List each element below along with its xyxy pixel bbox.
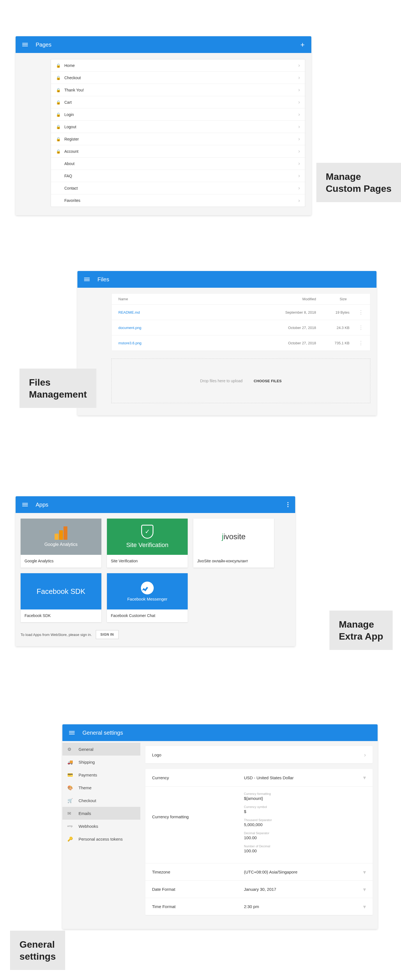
menu-icon[interactable] — [69, 731, 74, 734]
file-modified: October 27, 2018 — [252, 341, 316, 345]
field-hint: Thousand Separator — [244, 818, 366, 822]
app-card-site-verification[interactable]: Site Verification Site Verification — [107, 519, 188, 568]
app-card-google-analytics[interactable]: Google Analytics Google Analytics — [21, 519, 101, 568]
formatting-field[interactable]: Number of Decimal100.00 — [244, 845, 366, 853]
page-row[interactable]: 🔒Home› — [51, 59, 305, 72]
more-icon[interactable] — [287, 502, 288, 507]
file-name-link[interactable]: document.png — [118, 326, 252, 330]
lock-icon: 🔒 — [56, 76, 64, 80]
sidebar-icon: 🚚 — [67, 759, 79, 765]
sidebar-label: Personal access tokens — [79, 837, 122, 842]
file-more-icon[interactable]: ⋮ — [349, 325, 363, 331]
page-row[interactable]: 🔒Cart› — [51, 96, 305, 108]
lock-icon: 🔒 — [56, 125, 64, 129]
files-table: Name Modified Size README.mdSeptember 8,… — [111, 293, 370, 351]
shield-icon: Site Verification — [107, 519, 188, 555]
file-name-link[interactable]: mstore3.6.png — [118, 341, 252, 345]
page-row[interactable]: 🔒Logout› — [51, 121, 305, 133]
chevron-right-icon: › — [298, 185, 300, 191]
page-row[interactable]: 🔒Account› — [51, 145, 305, 158]
files-panel: Files Name Modified Size README.mdSeptem… — [78, 271, 377, 415]
sidebar-item-emails[interactable]: ✉Emails — [62, 807, 140, 820]
page-row[interactable]: FAQ› — [51, 170, 305, 182]
chevron-right-icon: › — [298, 111, 300, 118]
signin-text: To load Apps from WebStore, please sign … — [21, 633, 92, 637]
pages-list: 🔒Home›🔒Checkout›🔒Thank You!›🔒Cart›🔒Login… — [51, 59, 305, 207]
timezone-row[interactable]: Timezone (UTC+08:00) Asia/Singapore ▾ — [145, 863, 372, 880]
sidebar-icon: 💳 — [67, 772, 79, 778]
google-analytics-icon: Google Analytics — [21, 519, 101, 555]
field-value: 100.00 — [244, 835, 366, 840]
file-modified: October 27, 2018 — [252, 326, 316, 330]
sidebar-label: Shipping — [79, 760, 95, 764]
file-dropzone[interactable]: Drop files here to upload CHOOSE FILES — [111, 358, 370, 403]
file-name-link[interactable]: README.md — [118, 310, 252, 315]
page-row[interactable]: Favorites› — [51, 194, 305, 207]
sidebar-item-theme[interactable]: 🎨Theme — [62, 781, 140, 794]
chevron-down-icon: ▾ — [363, 886, 366, 893]
file-more-icon[interactable]: ⋮ — [349, 309, 363, 315]
settings-content: Logo › Currency USD - United States Doll… — [140, 741, 377, 929]
file-size: 735.1 KB — [316, 341, 349, 345]
sign-in-button[interactable]: SIGN IN — [96, 630, 119, 639]
page-row[interactable]: 🔒Register› — [51, 133, 305, 145]
formatting-field[interactable]: Decimal Separator100.00 — [244, 831, 366, 840]
sidebar-item-webhooks[interactable]: нттрWebhooks — [62, 820, 140, 832]
menu-icon[interactable] — [84, 278, 90, 281]
add-page-icon[interactable]: + — [301, 40, 305, 49]
page-label: Thank You! — [64, 88, 84, 92]
messenger-icon: Facebook Messenger — [107, 573, 188, 609]
currency-formatting-row: Currency formatting Currency formatting$… — [145, 786, 372, 863]
sidebar-icon: ⚙ — [67, 747, 79, 752]
formatting-field[interactable]: Currency formatting${amount} — [244, 792, 366, 801]
chevron-right-icon: › — [298, 198, 300, 204]
sidebar-label: General — [79, 747, 93, 752]
sidebar-item-payments[interactable]: 💳Payments — [62, 768, 140, 781]
field-hint: Number of Decimal — [244, 845, 366, 848]
file-more-icon[interactable]: ⋮ — [349, 340, 363, 346]
jivosite-logo: jivosite — [193, 519, 274, 555]
file-size: 24.3 KB — [316, 326, 349, 330]
menu-icon[interactable] — [22, 503, 28, 506]
date-format-row[interactable]: Date Format January 30, 2017 ▾ — [145, 880, 372, 898]
time-format-row[interactable]: Time Format 2:30 pm ▾ — [145, 898, 372, 915]
field-hint: Currency formatting — [244, 792, 366, 795]
page-row[interactable]: 🔒Checkout› — [51, 72, 305, 84]
sidebar-label: Checkout — [79, 798, 96, 803]
chevron-right-icon: › — [298, 62, 300, 68]
page-row[interactable]: Contact› — [51, 182, 305, 194]
sidebar-item-checkout[interactable]: 🛒Checkout — [62, 794, 140, 807]
sidebar-icon: нттр — [67, 825, 79, 827]
app-caption: Facebook Customer Chat — [107, 609, 188, 622]
menu-icon[interactable] — [22, 43, 28, 46]
app-card-facebook-messenger[interactable]: Facebook Messenger Facebook Customer Cha… — [107, 573, 188, 622]
app-caption: Google Analytics — [21, 555, 101, 568]
formatting-field[interactable]: Currency symbol$ — [244, 805, 366, 814]
page-row[interactable]: 🔒Login› — [51, 108, 305, 121]
files-title: Files — [97, 276, 109, 283]
sidebar-item-personal-access-tokens[interactable]: 🔑Personal access tokens — [62, 832, 140, 845]
field-value: 5,000,000 — [244, 822, 366, 827]
formatting-field[interactable]: Thousand Separator5,000,000 — [244, 818, 366, 827]
app-card-jivosite[interactable]: jivosite JivoSite онлайн-консультант — [193, 519, 274, 568]
sidebar-item-general[interactable]: ⚙General — [62, 743, 140, 756]
page-row[interactable]: About› — [51, 158, 305, 170]
sidebar-item-shipping[interactable]: 🚚Shipping — [62, 756, 140, 768]
apps-panel: Apps Google Analytics Google Analytics S… — [16, 496, 295, 646]
lock-icon: 🔒 — [56, 100, 64, 105]
field-value: $ — [244, 809, 366, 814]
file-row: document.pngOctober 27, 201824.3 KB⋮ — [112, 320, 370, 335]
currency-row[interactable]: Currency USD - United States Dollar ▾ — [145, 769, 372, 786]
field-value: 100.00 — [244, 848, 366, 853]
page-row[interactable]: 🔒Thank You!› — [51, 84, 305, 96]
choose-files-button[interactable]: CHOOSE FILES — [254, 379, 282, 383]
chevron-right-icon: › — [298, 173, 300, 179]
logo-row[interactable]: Logo › — [145, 746, 372, 764]
page-label: Contact — [64, 186, 78, 191]
chevron-right-icon: › — [298, 124, 300, 130]
app-card-facebook-sdk[interactable]: Facebook SDK Facebook SDK — [21, 573, 101, 622]
chevron-right-icon: › — [298, 161, 300, 167]
sidebar-icon: 🛒 — [67, 798, 79, 803]
files-header: Files — [78, 271, 377, 288]
page-label: Favorites — [64, 198, 81, 203]
